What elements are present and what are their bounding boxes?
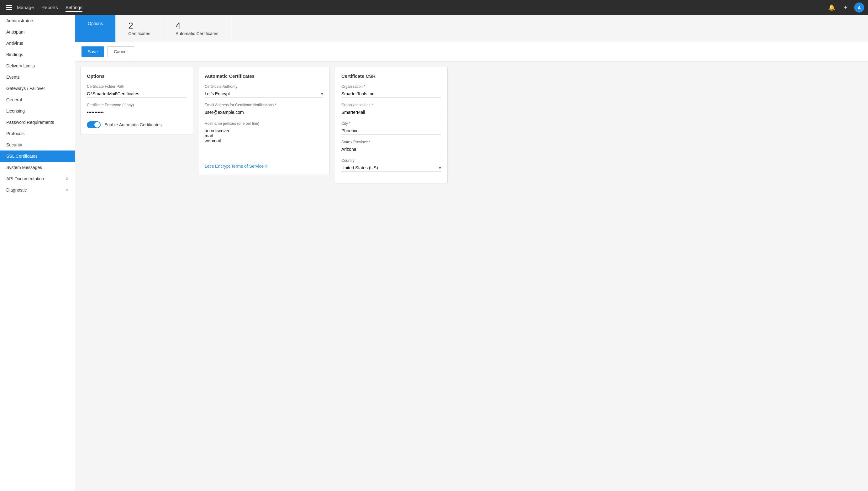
- sidebar-item-events[interactable]: Events: [0, 71, 75, 83]
- org-unit-label: Organization Unit *: [341, 103, 441, 107]
- sidebar-item-label: General: [6, 97, 22, 102]
- sidebar-item-label: System Messages: [6, 165, 42, 170]
- tos-link[interactable]: Let's Encrypt Terms of Service ⧉: [205, 164, 268, 169]
- hostname-prefixes-label: Hostname prefixes (one per line): [205, 121, 323, 126]
- enable-auto-certs-toggle[interactable]: [87, 121, 101, 128]
- org-input[interactable]: [341, 90, 441, 98]
- sidebar: AdministratorsAntispamAntivirusBindingsD…: [0, 15, 75, 491]
- cancel-button[interactable]: Cancel: [107, 47, 134, 57]
- sidebar-item-label: Security: [6, 142, 22, 147]
- cert-password-label: Certificate Password (if any): [87, 103, 186, 107]
- sidebar-item-password-requirements[interactable]: Password Requirements: [0, 117, 75, 128]
- org-unit-input[interactable]: [341, 109, 441, 116]
- sidebar-item-label: Administrators: [6, 18, 34, 23]
- state-input[interactable]: [341, 145, 441, 153]
- svg-rect-1: [6, 7, 12, 8]
- action-bar: Save Cancel: [75, 42, 868, 62]
- options-card: Options Certificate Folder Path Certific…: [80, 67, 193, 135]
- sidebar-item-label: Antispam: [6, 29, 25, 34]
- auto-certs-card-title: Automatic Certificates: [205, 74, 323, 79]
- automatic-certs-card: Automatic Certificates Certificate Autho…: [198, 67, 330, 175]
- email-notification-input[interactable]: [205, 109, 323, 116]
- sidebar-item-diagnostic[interactable]: Diagnostic⧉: [0, 184, 75, 196]
- tab-count: 2: [128, 21, 150, 31]
- hamburger-icon[interactable]: [4, 2, 14, 12]
- sun-icon[interactable]: ✦: [840, 2, 850, 12]
- sidebar-item-api-documentation[interactable]: API Documentation⧉: [0, 173, 75, 184]
- sidebar-item-label: Licensing: [6, 109, 25, 114]
- external-link-icon: ⧉: [66, 188, 69, 192]
- cert-authority-select-wrapper: Let's Encrypt: [205, 90, 323, 98]
- sidebar-item-antivirus[interactable]: Antivirus: [0, 38, 75, 49]
- sidebar-item-ssl-certificates[interactable]: SSL Certificates: [0, 150, 75, 162]
- topnav-links: Manage Reports Settings: [17, 3, 827, 12]
- external-link-icon: ⧉: [265, 164, 268, 168]
- cert-folder-field: Certificate Folder Path: [87, 84, 186, 98]
- state-field: State / Province *: [341, 140, 441, 153]
- sidebar-item-antispam[interactable]: Antispam: [0, 26, 75, 38]
- sidebar-item-general[interactable]: General: [0, 94, 75, 105]
- hostname-prefixes-field: Hostname prefixes (one per line) autodis…: [205, 121, 323, 156]
- nav-reports[interactable]: Reports: [41, 3, 58, 12]
- external-link-icon: ⧉: [66, 176, 69, 181]
- email-notification-label: Email Address for Certificate Notificati…: [205, 103, 323, 107]
- sidebar-item-label: Delivery Limits: [6, 63, 35, 68]
- enable-auto-certs-toggle-row: Enable Automatic Certificates: [87, 121, 186, 128]
- summary-tab-automatic-certificates[interactable]: 4Automatic Certificates: [163, 15, 231, 42]
- cert-password-input[interactable]: [87, 109, 186, 116]
- sidebar-item-security[interactable]: Security: [0, 139, 75, 150]
- tab-label: Automatic Certificates: [176, 31, 218, 36]
- cards-row: Options Certificate Folder Path Certific…: [75, 62, 868, 491]
- sidebar-item-administrators[interactable]: Administrators: [0, 15, 75, 26]
- country-label: Country: [341, 158, 441, 163]
- svg-rect-2: [6, 9, 12, 10]
- tab-count: 4: [176, 21, 218, 31]
- avatar[interactable]: A: [854, 2, 864, 12]
- svg-rect-0: [6, 5, 12, 6]
- city-field: City *: [341, 121, 441, 135]
- sidebar-item-label: Events: [6, 75, 20, 80]
- sidebar-item-delivery-limits[interactable]: Delivery Limits: [0, 60, 75, 71]
- cert-password-field: Certificate Password (if any): [87, 103, 186, 116]
- sidebar-item-label: Password Requirements: [6, 120, 54, 125]
- summary-tab-options[interactable]: Options: [75, 15, 116, 42]
- org-unit-field: Organization Unit *: [341, 103, 441, 116]
- org-field: Organization *: [341, 84, 441, 98]
- country-select-wrapper: United States (US)CanadaUnited KingdomAu…: [341, 164, 441, 172]
- email-notification-field: Email Address for Certificate Notificati…: [205, 103, 323, 116]
- state-label: State / Province *: [341, 140, 441, 144]
- csr-card-title: Certificate CSR: [341, 74, 441, 79]
- summary-tab-certificates[interactable]: 2Certificates: [116, 15, 163, 42]
- options-card-title: Options: [87, 74, 186, 79]
- nav-settings[interactable]: Settings: [65, 3, 83, 12]
- nav-manage[interactable]: Manage: [17, 3, 34, 12]
- country-select[interactable]: United States (US)CanadaUnited KingdomAu…: [341, 164, 441, 172]
- cert-folder-label: Certificate Folder Path: [87, 84, 186, 89]
- hostname-prefixes-textarea[interactable]: autodiscover mail webmail: [205, 127, 323, 155]
- org-label: Organization *: [341, 84, 441, 89]
- main-layout: AdministratorsAntispamAntivirusBindingsD…: [0, 15, 868, 491]
- sidebar-item-label: Diagnostic: [6, 187, 27, 193]
- sidebar-item-label: SSL Certificates: [6, 154, 38, 158]
- sidebar-item-protocols[interactable]: Protocols: [0, 128, 75, 139]
- sidebar-item-bindings[interactable]: Bindings: [0, 49, 75, 60]
- city-input[interactable]: [341, 127, 441, 135]
- top-navigation: Manage Reports Settings 🔔 ✦ A: [0, 0, 868, 15]
- country-field: Country United States (US)CanadaUnited K…: [341, 158, 441, 172]
- tab-label: Certificates: [128, 31, 150, 36]
- sidebar-item-system-messages[interactable]: System Messages: [0, 162, 75, 173]
- csr-card: Certificate CSR Organization * Organizat…: [335, 67, 448, 183]
- cert-folder-input[interactable]: [87, 90, 186, 98]
- sidebar-item-gateways-failover[interactable]: Gateways / Failover: [0, 83, 75, 94]
- cert-authority-select[interactable]: Let's Encrypt: [205, 90, 323, 98]
- sidebar-item-label: Protocols: [6, 131, 25, 136]
- tab-label: Options: [88, 21, 103, 26]
- sidebar-item-licensing[interactable]: Licensing: [0, 105, 75, 117]
- notification-bell-icon[interactable]: 🔔: [827, 2, 837, 12]
- save-button[interactable]: Save: [82, 47, 104, 57]
- sidebar-item-label: API Documentation: [6, 176, 44, 181]
- city-label: City *: [341, 121, 441, 126]
- topnav-icons: 🔔 ✦ A: [827, 2, 864, 12]
- enable-auto-certs-label: Enable Automatic Certificates: [104, 122, 162, 127]
- sidebar-item-label: Bindings: [6, 52, 23, 57]
